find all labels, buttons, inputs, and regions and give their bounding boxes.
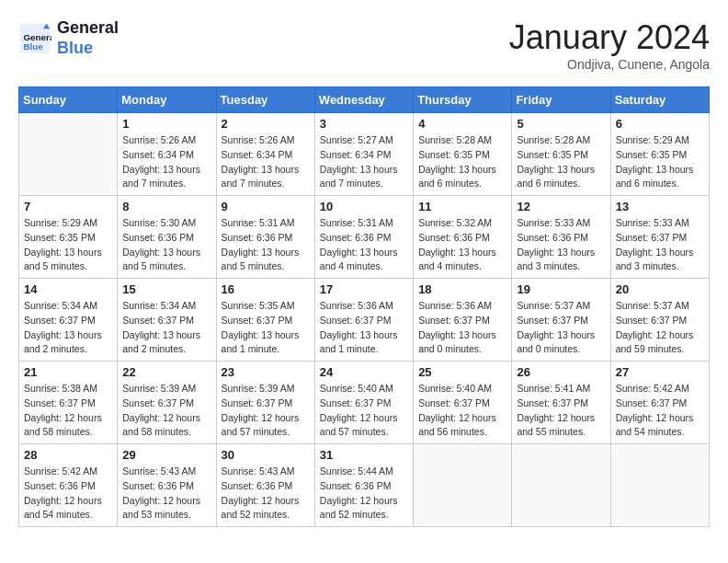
calendar-table: SundayMondayTuesdayWednesdayThursdayFrid… (18, 86, 710, 527)
day-info: Sunrise: 5:30 AMSunset: 6:36 PMDaylight:… (122, 216, 210, 274)
calendar-week-4: 21Sunrise: 5:38 AMSunset: 6:37 PMDayligh… (19, 362, 710, 444)
day-number: 5 (517, 117, 605, 131)
day-number: 2 (222, 117, 310, 131)
logo-icon: General Blue (18, 22, 51, 55)
day-number: 8 (122, 200, 210, 213)
calendar-week-5: 28Sunrise: 5:42 AMSunset: 6:36 PMDayligh… (19, 444, 710, 527)
calendar-cell-3-6: 19Sunrise: 5:37 AMSunset: 6:37 PMDayligh… (512, 279, 610, 362)
day-info: Sunrise: 5:26 AMSunset: 6:34 PMDaylight:… (122, 133, 210, 191)
day-info: Sunrise: 5:36 AMSunset: 6:37 PMDaylight:… (418, 299, 506, 357)
calendar-week-1: 1Sunrise: 5:26 AMSunset: 6:34 PMDaylight… (19, 113, 710, 196)
calendar-cell-5-6 (512, 444, 610, 527)
day-info: Sunrise: 5:29 AMSunset: 6:35 PMDaylight:… (24, 216, 112, 274)
day-number: 10 (320, 200, 408, 213)
day-info: Sunrise: 5:32 AMSunset: 6:36 PMDaylight:… (418, 216, 506, 274)
calendar-cell-1-7: 6Sunrise: 5:29 AMSunset: 6:35 PMDaylight… (610, 113, 709, 196)
day-number: 14 (24, 282, 112, 296)
weekday-header-wednesday: Wednesday (314, 87, 413, 113)
calendar-cell-3-2: 15Sunrise: 5:34 AMSunset: 6:37 PMDayligh… (118, 279, 216, 362)
calendar-cell-4-3: 23Sunrise: 5:39 AMSunset: 6:37 PMDayligh… (216, 362, 314, 444)
calendar-cell-4-2: 22Sunrise: 5:39 AMSunset: 6:37 PMDayligh… (118, 362, 216, 444)
calendar-cell-2-1: 7Sunrise: 5:29 AMSunset: 6:35 PMDaylight… (19, 196, 118, 279)
weekday-header-monday: Monday (118, 87, 216, 113)
day-number: 22 (122, 365, 210, 379)
day-info: Sunrise: 5:29 AMSunset: 6:35 PMDaylight:… (616, 133, 704, 191)
weekday-header-tuesday: Tuesday (216, 87, 314, 113)
day-number: 1 (122, 117, 210, 131)
day-info: Sunrise: 5:44 AMSunset: 6:36 PMDaylight:… (320, 465, 408, 523)
calendar-cell-4-5: 25Sunrise: 5:40 AMSunset: 6:37 PMDayligh… (414, 362, 512, 444)
day-number: 20 (616, 282, 704, 296)
calendar-cell-2-3: 9Sunrise: 5:31 AMSunset: 6:36 PMDaylight… (216, 196, 314, 279)
day-info: Sunrise: 5:37 AMSunset: 6:37 PMDaylight:… (517, 299, 605, 357)
day-info: Sunrise: 5:43 AMSunset: 6:36 PMDaylight:… (222, 465, 310, 523)
day-info: Sunrise: 5:42 AMSunset: 6:37 PMDaylight:… (616, 382, 704, 440)
calendar-cell-3-1: 14Sunrise: 5:34 AMSunset: 6:37 PMDayligh… (19, 279, 118, 362)
day-number: 9 (222, 200, 310, 213)
day-info: Sunrise: 5:42 AMSunset: 6:36 PMDaylight:… (24, 465, 112, 523)
calendar-title: January 2024 (509, 18, 710, 57)
weekday-header-row: SundayMondayTuesdayWednesdayThursdayFrid… (19, 87, 710, 113)
day-info: Sunrise: 5:28 AMSunset: 6:35 PMDaylight:… (418, 133, 506, 191)
day-info: Sunrise: 5:39 AMSunset: 6:37 PMDaylight:… (122, 382, 210, 440)
day-number: 12 (517, 200, 605, 213)
day-info: Sunrise: 5:36 AMSunset: 6:37 PMDaylight:… (320, 299, 408, 357)
page-header: General Blue General Blue January 2024 O… (18, 18, 710, 72)
calendar-cell-2-5: 11Sunrise: 5:32 AMSunset: 6:36 PMDayligh… (414, 196, 512, 279)
day-info: Sunrise: 5:33 AMSunset: 6:36 PMDaylight:… (517, 216, 605, 274)
day-info: Sunrise: 5:43 AMSunset: 6:36 PMDaylight:… (122, 465, 210, 523)
day-info: Sunrise: 5:26 AMSunset: 6:34 PMDaylight:… (222, 133, 310, 191)
calendar-cell-2-2: 8Sunrise: 5:30 AMSunset: 6:36 PMDaylight… (118, 196, 216, 279)
day-number: 23 (222, 365, 310, 379)
day-info: Sunrise: 5:40 AMSunset: 6:37 PMDaylight:… (320, 382, 408, 440)
calendar-cell-1-2: 1Sunrise: 5:26 AMSunset: 6:34 PMDaylight… (118, 113, 216, 196)
calendar-cell-5-2: 29Sunrise: 5:43 AMSunset: 6:36 PMDayligh… (118, 444, 216, 527)
day-number: 30 (222, 448, 310, 462)
day-info: Sunrise: 5:41 AMSunset: 6:37 PMDaylight:… (517, 382, 605, 440)
day-number: 24 (320, 365, 408, 379)
calendar-cell-1-1 (19, 113, 118, 196)
day-info: Sunrise: 5:31 AMSunset: 6:36 PMDaylight:… (320, 216, 408, 274)
day-info: Sunrise: 5:37 AMSunset: 6:37 PMDaylight:… (616, 299, 704, 357)
logo: General Blue General Blue (18, 18, 119, 58)
weekday-header-sunday: Sunday (19, 87, 118, 113)
calendar-cell-2-6: 12Sunrise: 5:33 AMSunset: 6:36 PMDayligh… (512, 196, 610, 279)
day-number: 26 (517, 365, 605, 379)
weekday-header-thursday: Thursday (414, 87, 512, 113)
day-number: 16 (222, 282, 310, 296)
calendar-subtitle: Ondjiva, Cunene, Angola (509, 57, 710, 72)
day-number: 31 (320, 448, 408, 462)
calendar-cell-1-6: 5Sunrise: 5:28 AMSunset: 6:35 PMDaylight… (512, 113, 610, 196)
calendar-cell-1-4: 3Sunrise: 5:27 AMSunset: 6:34 PMDaylight… (314, 113, 413, 196)
calendar-cell-4-7: 27Sunrise: 5:42 AMSunset: 6:37 PMDayligh… (610, 362, 709, 444)
day-number: 29 (122, 448, 210, 462)
day-number: 18 (418, 282, 506, 296)
calendar-cell-4-4: 24Sunrise: 5:40 AMSunset: 6:37 PMDayligh… (314, 362, 413, 444)
day-info: Sunrise: 5:40 AMSunset: 6:37 PMDaylight:… (418, 382, 506, 440)
day-number: 3 (320, 117, 408, 131)
calendar-week-3: 14Sunrise: 5:34 AMSunset: 6:37 PMDayligh… (19, 279, 710, 362)
day-info: Sunrise: 5:28 AMSunset: 6:35 PMDaylight:… (517, 133, 605, 191)
day-number: 17 (320, 282, 408, 296)
calendar-cell-3-5: 18Sunrise: 5:36 AMSunset: 6:37 PMDayligh… (414, 279, 512, 362)
weekday-header-friday: Friday (512, 87, 610, 113)
day-number: 25 (418, 365, 506, 379)
day-info: Sunrise: 5:27 AMSunset: 6:34 PMDaylight:… (320, 133, 408, 191)
day-number: 13 (616, 200, 704, 213)
day-number: 15 (122, 282, 210, 296)
day-info: Sunrise: 5:35 AMSunset: 6:37 PMDaylight:… (222, 299, 310, 357)
title-block: January 2024 Ondjiva, Cunene, Angola (509, 18, 710, 72)
calendar-body: 1Sunrise: 5:26 AMSunset: 6:34 PMDaylight… (19, 113, 710, 527)
day-info: Sunrise: 5:31 AMSunset: 6:36 PMDaylight:… (222, 216, 310, 274)
day-number: 7 (24, 200, 112, 213)
day-info: Sunrise: 5:39 AMSunset: 6:37 PMDaylight:… (222, 382, 310, 440)
calendar-cell-1-3: 2Sunrise: 5:26 AMSunset: 6:34 PMDaylight… (216, 113, 314, 196)
calendar-cell-5-1: 28Sunrise: 5:42 AMSunset: 6:36 PMDayligh… (19, 444, 118, 527)
day-info: Sunrise: 5:38 AMSunset: 6:37 PMDaylight:… (24, 382, 112, 440)
calendar-week-2: 7Sunrise: 5:29 AMSunset: 6:35 PMDaylight… (19, 196, 710, 279)
day-number: 19 (517, 282, 605, 296)
calendar-cell-5-5 (414, 444, 512, 527)
calendar-cell-5-3: 30Sunrise: 5:43 AMSunset: 6:36 PMDayligh… (216, 444, 314, 527)
calendar-cell-1-5: 4Sunrise: 5:28 AMSunset: 6:35 PMDaylight… (414, 113, 512, 196)
day-number: 4 (418, 117, 506, 131)
